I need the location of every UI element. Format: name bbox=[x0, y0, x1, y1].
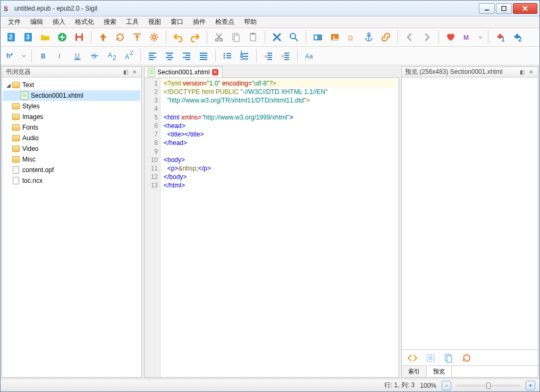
plugin1-icon[interactable]: 1 bbox=[493, 30, 508, 44]
heading-icon[interactable]: h* bbox=[4, 49, 19, 63]
cut-icon[interactable] bbox=[212, 30, 226, 44]
menu-item[interactable]: 文件 bbox=[4, 16, 25, 28]
reload-icon[interactable] bbox=[113, 30, 128, 44]
bold-icon[interactable]: B bbox=[36, 49, 51, 63]
code-line[interactable]: <html xmlns="http://www.w3.org/1999/xhtm… bbox=[164, 113, 395, 122]
settings-icon[interactable] bbox=[147, 30, 162, 44]
link-icon[interactable] bbox=[378, 30, 393, 44]
italic-icon[interactable]: I bbox=[53, 49, 68, 63]
tree-folder[interactable]: Audio bbox=[3, 133, 140, 143]
code-line[interactable]: </head> bbox=[164, 139, 395, 147]
tree-folder[interactable]: Misc bbox=[3, 154, 140, 165]
epub3-icon[interactable]: 3 bbox=[21, 30, 36, 44]
maximize-button[interactable] bbox=[496, 3, 512, 14]
omega-icon[interactable]: Ω bbox=[344, 30, 359, 44]
code-line[interactable]: </html> bbox=[164, 181, 395, 190]
epub2-icon[interactable]: 2 bbox=[4, 30, 19, 44]
copy-icon[interactable] bbox=[229, 30, 243, 44]
dropdown-icon[interactable] bbox=[477, 30, 484, 44]
refresh-icon[interactable] bbox=[459, 351, 474, 365]
open-folder-icon[interactable] bbox=[38, 30, 53, 44]
tree-folder[interactable]: Fonts bbox=[3, 122, 140, 133]
insert-image-icon[interactable] bbox=[327, 30, 342, 44]
code-line[interactable]: <?xml version="1.0" encoding="utf-8"?> bbox=[164, 79, 395, 88]
panel-close-icon[interactable]: ✕ bbox=[131, 69, 138, 76]
tree-file[interactable]: content.opf bbox=[3, 165, 140, 175]
tree-folder[interactable]: Images bbox=[3, 112, 140, 122]
menu-item[interactable]: 插件 bbox=[189, 16, 210, 28]
tree-arrow-icon[interactable]: ◢ bbox=[5, 82, 12, 88]
align-left-icon[interactable] bbox=[145, 49, 160, 63]
code-view-icon[interactable] bbox=[405, 351, 420, 365]
menu-item[interactable]: 插入 bbox=[48, 16, 70, 28]
tree-folder[interactable]: ◢Text bbox=[3, 80, 140, 90]
code-line[interactable]: <body> bbox=[164, 156, 395, 164]
copy-icon[interactable] bbox=[441, 351, 456, 365]
subscript-icon[interactable]: A2 bbox=[104, 49, 119, 63]
code-line[interactable]: <title></title> bbox=[164, 130, 395, 139]
image-tweak-icon[interactable] bbox=[310, 30, 325, 44]
tree-file[interactable]: Section0001.xhtml bbox=[3, 90, 140, 101]
menu-item[interactable]: 窗口 bbox=[166, 16, 188, 28]
tree-folder[interactable]: Video bbox=[3, 143, 140, 154]
heart-icon[interactable] bbox=[443, 30, 458, 44]
search-icon[interactable] bbox=[286, 30, 301, 44]
tab-index[interactable]: 索引 bbox=[402, 366, 427, 377]
tab-close-icon[interactable]: ✕ bbox=[212, 69, 218, 75]
align-justify-icon[interactable] bbox=[196, 49, 211, 63]
undo-icon[interactable] bbox=[171, 30, 185, 44]
code-line[interactable]: <head> bbox=[164, 122, 395, 130]
code-line[interactable] bbox=[164, 147, 395, 156]
case-icon[interactable]: Aa bbox=[302, 49, 317, 63]
menu-item[interactable]: 视图 bbox=[144, 16, 165, 28]
titlebar[interactable]: S untitled.epub - epub2.0 - Sigil bbox=[1, 1, 539, 16]
indent-icon[interactable] bbox=[278, 49, 293, 63]
plugin2-icon[interactable]: 2 bbox=[510, 30, 525, 44]
code-editor[interactable]: 12345678910111213 <?xml version="1.0" en… bbox=[144, 78, 399, 378]
tree-file[interactable]: toc.ncx bbox=[3, 175, 140, 186]
editor-tab[interactable]: Section0001.xhtml ✕ bbox=[144, 66, 222, 78]
zoom-out-button[interactable]: − bbox=[442, 381, 451, 390]
arrow-up-icon[interactable] bbox=[96, 30, 111, 44]
align-top-icon[interactable] bbox=[130, 30, 145, 44]
paste-icon[interactable] bbox=[246, 30, 260, 44]
add-icon[interactable] bbox=[55, 30, 70, 44]
menu-item[interactable]: 格式化 bbox=[71, 16, 98, 28]
code-line[interactable]: <p>&nbsp;</p> bbox=[164, 164, 395, 173]
list-ol-icon[interactable]: 123 bbox=[237, 49, 252, 63]
tab-preview[interactable]: 预览 bbox=[427, 366, 452, 377]
panel-float-icon[interactable]: ◧ bbox=[518, 69, 526, 76]
redo-icon[interactable] bbox=[188, 30, 203, 44]
menu-item[interactable]: 搜索 bbox=[99, 16, 121, 28]
code-line[interactable]: "http://www.w3.org/TR/xhtml11/DTD/xhtml1… bbox=[164, 96, 395, 105]
tree-folder[interactable]: Styles bbox=[3, 101, 140, 112]
close-button[interactable] bbox=[513, 3, 537, 14]
zoom-slider[interactable] bbox=[457, 385, 520, 387]
anchor-icon[interactable] bbox=[361, 30, 376, 44]
sigil-x-icon[interactable] bbox=[269, 30, 284, 44]
book-browser-tree[interactable]: ◢TextSection0001.xhtmlStylesImagesFontsA… bbox=[2, 78, 141, 377]
forward-arrow-icon[interactable] bbox=[419, 30, 434, 44]
code-line[interactable]: </body> bbox=[164, 173, 395, 181]
select-icon[interactable] bbox=[423, 351, 438, 365]
metadata-icon[interactable]: M bbox=[460, 30, 475, 44]
strikethrough-icon[interactable]: S bbox=[87, 49, 102, 63]
book-browser-header[interactable]: 书浏览器 ◧ ✕ bbox=[2, 67, 141, 78]
align-right-icon[interactable] bbox=[179, 49, 194, 63]
outdent-icon[interactable] bbox=[261, 49, 276, 63]
superscript-icon[interactable]: A2 bbox=[121, 49, 136, 63]
panel-close-icon[interactable]: ✕ bbox=[527, 69, 535, 76]
minimize-button[interactable] bbox=[479, 3, 495, 14]
code-line[interactable] bbox=[164, 105, 395, 113]
menu-item[interactable]: 检查点 bbox=[211, 16, 239, 28]
panel-float-icon[interactable]: ◧ bbox=[122, 69, 129, 76]
code-area[interactable]: <?xml version="1.0" encoding="utf-8"?><!… bbox=[161, 78, 399, 377]
preview-header[interactable]: 预览 (256x483) Section0001.xhtml ◧ ✕ bbox=[402, 67, 538, 78]
code-line[interactable]: <!DOCTYPE html PUBLIC "-//W3C//DTD XHTML… bbox=[164, 88, 395, 96]
align-center-icon[interactable] bbox=[162, 49, 177, 63]
menu-item[interactable]: 帮助 bbox=[240, 16, 261, 28]
dropdown-icon[interactable] bbox=[21, 49, 27, 63]
save-icon[interactable] bbox=[72, 30, 87, 44]
menu-item[interactable]: 工具 bbox=[122, 16, 143, 28]
back-arrow-icon[interactable] bbox=[402, 30, 417, 44]
